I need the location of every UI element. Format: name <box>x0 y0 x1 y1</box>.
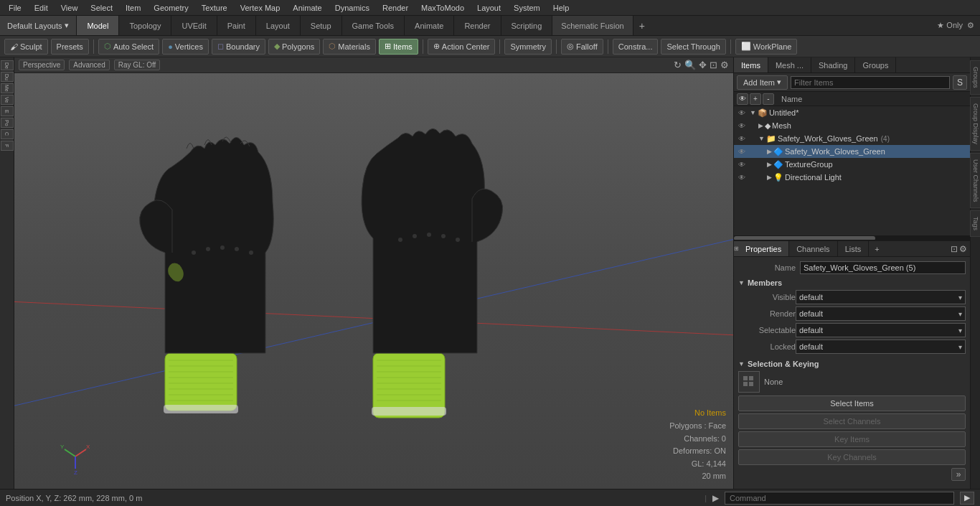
materials-button[interactable]: ⬡ Materials <box>323 39 376 55</box>
add-icon[interactable]: + <box>750 93 761 105</box>
symmetry-button[interactable]: Symmetry <box>504 39 552 55</box>
menu-help[interactable]: Help <box>547 2 575 14</box>
viewport-raygl-button[interactable]: Ray GL: Off <box>114 60 161 70</box>
viewport-pan-icon[interactable]: ✥ <box>699 60 707 70</box>
tree-row-texture-group[interactable]: 👁 ▶ 🔷 TextureGroup <box>734 158 970 171</box>
tab-uvedit[interactable]: UVEdit <box>171 16 217 35</box>
menu-render[interactable]: Render <box>377 2 414 14</box>
command-input[interactable] <box>725 492 954 505</box>
sidebar-btn-ve[interactable]: Ve <box>1 95 14 105</box>
viewport-advanced-button[interactable]: Advanced <box>69 60 109 70</box>
menu-vertex-map[interactable]: Vertex Map <box>235 2 286 14</box>
name-input[interactable] <box>800 261 966 274</box>
visible-select[interactable]: default ▾ <box>796 290 966 304</box>
presets-button[interactable]: Presets <box>51 39 89 55</box>
expand-arrow[interactable]: ▶ <box>767 161 772 168</box>
eye-icon[interactable]: 👁 <box>737 146 747 156</box>
key-channels-button[interactable]: Key Channels <box>738 449 966 465</box>
action-center-button[interactable]: ⊕ Action Center <box>428 39 496 55</box>
props-expand-icon[interactable]: ⊡ <box>951 244 958 254</box>
props-settings-icon[interactable]: ⚙ <box>959 244 967 254</box>
tab-model[interactable]: Model <box>77 16 119 35</box>
menu-texture[interactable]: Texture <box>196 2 233 14</box>
key-items-button[interactable]: Key Items <box>738 431 966 447</box>
menu-edit[interactable]: Edit <box>29 2 54 14</box>
viewport-canvas[interactable]: No Items Polygons : Face Channels: 0 Def… <box>14 73 733 489</box>
viewport-perspective-button[interactable]: Perspective <box>19 60 65 70</box>
tab-setup[interactable]: Setup <box>301 16 342 35</box>
select-items-button[interactable]: Select Items <box>738 395 966 411</box>
render-select[interactable]: default ▾ <box>796 306 966 321</box>
vtab-tags[interactable]: Tags <box>970 210 981 237</box>
boundary-button[interactable]: ◻ Boundary <box>212 39 265 55</box>
eye-icon[interactable]: 👁 <box>737 133 747 144</box>
tab-schematic-fusion[interactable]: Schematic Fusion <box>552 16 633 35</box>
sidebar-btn-me[interactable]: Me <box>1 83 14 93</box>
tab-layout[interactable]: Layout <box>256 16 301 35</box>
select-through-button[interactable]: Select Through <box>661 39 725 55</box>
tree-row-mesh[interactable]: 👁 ▶ ◆ Mesh <box>734 119 970 132</box>
sculpt-button[interactable]: 🖌 Sculpt <box>4 39 48 55</box>
tab-render[interactable]: Render <box>454 16 501 35</box>
menu-system[interactable]: System <box>508 2 546 14</box>
sidebar-btn-de[interactable]: De <box>1 60 14 70</box>
tab-scripting[interactable]: Scripting <box>501 16 553 35</box>
expand-arrow[interactable]: ▼ <box>758 135 765 142</box>
auto-select-button[interactable]: ⬡ Auto Select <box>98 39 159 55</box>
expand-button[interactable]: » <box>951 468 966 481</box>
sidebar-btn-f[interactable]: F <box>1 141 14 151</box>
menu-view[interactable]: View <box>55 2 84 14</box>
eye-icon[interactable]: 👁 <box>737 159 747 169</box>
vertices-button[interactable]: ● Vertices <box>162 39 209 55</box>
tab-shading[interactable]: Shading <box>811 57 855 72</box>
select-channels-button[interactable]: Select Channels <box>738 413 966 429</box>
vtab-user-channels[interactable]: User Channels <box>970 153 981 209</box>
menu-geometry[interactable]: Geometry <box>148 2 194 14</box>
vtab-groups[interactable]: Groups <box>970 60 981 95</box>
menu-maxtomodo[interactable]: MaxToModo <box>415 2 470 14</box>
add-tab-button[interactable]: + <box>633 20 651 32</box>
tab-lists[interactable]: Lists <box>838 241 870 256</box>
sidebar-btn-e[interactable]: E <box>1 106 14 116</box>
viewport-rotate-icon[interactable]: ↻ <box>674 60 682 70</box>
keying-grid-icon[interactable] <box>738 371 760 393</box>
layout-dropdown[interactable]: Default Layouts ▾ <box>0 16 77 35</box>
filter-settings-icon[interactable]: S <box>953 75 967 90</box>
constraints-button[interactable]: Constra... <box>613 39 659 55</box>
filter-items-input[interactable] <box>791 76 950 89</box>
tab-channels[interactable]: Channels <box>789 241 837 256</box>
tab-paint[interactable]: Paint <box>217 16 256 35</box>
tab-topology[interactable]: Topology <box>119 16 171 35</box>
tab-properties[interactable]: Properties <box>738 241 789 256</box>
viewport-zoom-icon[interactable]: 🔍 <box>684 60 696 70</box>
polygons-button[interactable]: ◆ Polygons <box>268 39 320 55</box>
items-button[interactable]: ⊞ Items <box>379 39 418 55</box>
eye-icon[interactable]: 👁 <box>737 121 747 131</box>
menu-item[interactable]: Item <box>120 2 146 14</box>
menu-select[interactable]: Select <box>85 2 118 14</box>
menu-animate[interactable]: Animate <box>287 2 327 14</box>
add-tab-button[interactable]: + <box>869 245 885 253</box>
menu-layout[interactable]: Layout <box>471 2 507 14</box>
selection-keying-header[interactable]: ▼ Selection & Keying <box>738 360 966 368</box>
expand-arrow[interactable]: ▶ <box>767 174 772 181</box>
falloff-button[interactable]: ◎ Falloff <box>561 39 603 55</box>
viewport-settings-icon[interactable]: ⚙ <box>720 60 729 70</box>
tree-row-untitled[interactable]: 👁 ▼ 📦 Untitled* <box>734 106 970 119</box>
workplane-button[interactable]: ⬜ WorkPlane <box>735 39 798 55</box>
expand-arrow[interactable]: ▶ <box>767 148 772 155</box>
add-item-button[interactable]: Add Item ▾ <box>737 75 788 90</box>
eye-toggle-icon[interactable]: 👁 <box>737 93 748 105</box>
expand-arrow[interactable]: ▼ <box>750 109 756 116</box>
tree-row-dir-light[interactable]: 👁 ▶ 💡 Directional Light <box>734 171 970 184</box>
tab-animate[interactable]: Animate <box>405 16 454 35</box>
minus-icon[interactable]: - <box>763 93 774 105</box>
run-button[interactable]: ▶ <box>960 492 974 505</box>
eye-icon[interactable]: 👁 <box>737 108 747 118</box>
settings-icon[interactable]: ⚙ <box>967 21 974 30</box>
menu-file[interactable]: File <box>3 2 27 14</box>
members-section-header[interactable]: ▼ Members <box>738 278 966 287</box>
tree-row-safety-gloves[interactable]: 👁 ▶ 🔷 Safety_Work_Gloves_Green <box>734 145 970 158</box>
locked-select[interactable]: default ▾ <box>796 339 966 354</box>
tab-items[interactable]: Items <box>734 57 768 72</box>
